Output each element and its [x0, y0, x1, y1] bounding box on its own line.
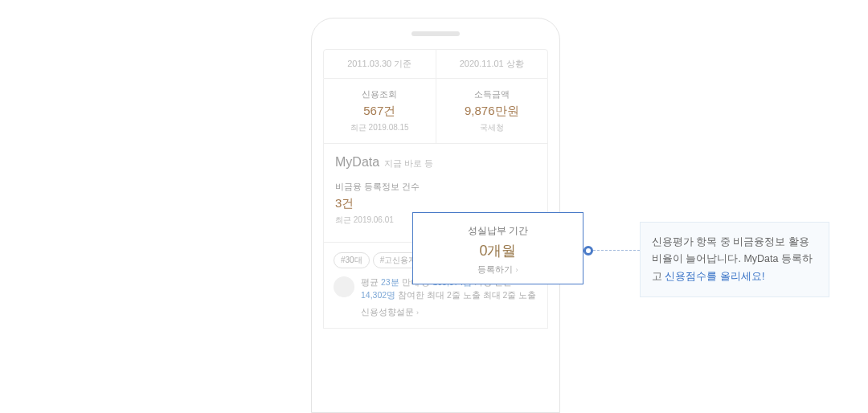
tab-right[interactable]: 2020.11.01 상황: [436, 50, 548, 78]
t4: 참여한 최대 2줄 노출 최대 2줄 노출: [395, 290, 536, 300]
credit-sub: 최근 2019.08.15: [324, 122, 436, 133]
survey-link[interactable]: 신용성향설문 ›: [361, 307, 419, 318]
popup-card: 성실납부 기간 0개월 등록하기 ›: [412, 212, 583, 284]
info-row: 신용조회 567건 최근 2019.08.15 소득금액 9,876만원 국세청: [323, 79, 548, 144]
credit-cell[interactable]: 신용조회 567건 최근 2019.08.15: [324, 79, 436, 143]
mydata-info-label: 비금융 등록정보 건수: [335, 181, 536, 193]
tag-age[interactable]: #30대: [334, 252, 370, 268]
credit-label: 신용조회: [324, 88, 436, 100]
tab-left[interactable]: 2011.03.30 기준: [324, 50, 436, 78]
credit-value: 567건: [324, 104, 436, 119]
phone-content: 2011.03.30 기준 2020.11.01 상황 신용조회 567건 최근…: [312, 49, 559, 329]
popup-register-button[interactable]: 등록하기 ›: [413, 264, 583, 276]
mydata-title: MyData: [335, 155, 379, 170]
chevron-right-icon: ›: [416, 309, 419, 317]
income-value: 9,876만원: [436, 104, 548, 119]
phone-notch: [411, 31, 460, 36]
tip-box: 신용평가 항목 중 비금융정보 활용 비율이 늘어납니다. MyData 등록하…: [640, 222, 829, 297]
popup-title: 성실납부 기간: [413, 224, 583, 238]
income-label: 소득금액: [436, 88, 548, 100]
survey-link-label: 신용성향설문: [361, 307, 414, 317]
income-sub: 국세청: [436, 122, 548, 133]
popup-value: 0개월: [413, 241, 583, 260]
avatar: [334, 276, 354, 297]
popup-action-label: 등록하기: [477, 264, 513, 274]
t-hl1: 23분: [381, 277, 399, 287]
mydata-info-value: 3건: [335, 196, 536, 211]
mydata-title-row: MyData 지금 바로 등: [335, 155, 536, 170]
connector-line: [593, 250, 640, 251]
top-tabs: 2011.03.30 기준 2020.11.01 상황: [323, 49, 548, 79]
connector-dot-icon: [583, 246, 593, 256]
tip-text-highlight: 신용점수를 올리세요!: [665, 271, 764, 282]
chevron-right-icon: ›: [516, 266, 518, 274]
t1: 평균: [361, 277, 381, 287]
mydata-subtitle: 지금 바로 등: [384, 157, 433, 170]
income-cell[interactable]: 소득금액 9,876만원 국세청: [436, 79, 548, 143]
t-hl3: 14,302명: [361, 290, 395, 300]
